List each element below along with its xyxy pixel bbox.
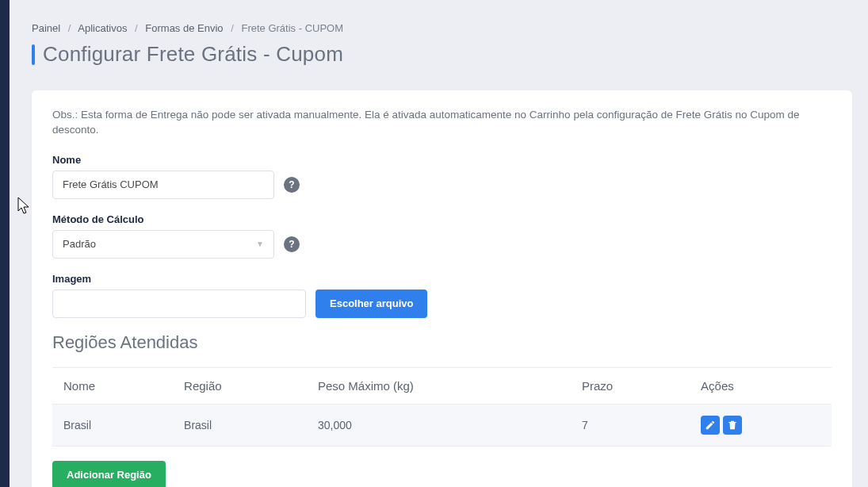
- edit-button[interactable]: [701, 416, 720, 435]
- adicionar-regiao-button[interactable]: Adicionar Região: [52, 461, 166, 487]
- chevron-down-icon: ▼: [256, 240, 264, 248]
- nome-input[interactable]: [52, 171, 274, 199]
- main-content: Painel / Aplicativos / Formas de Envio /…: [10, 0, 868, 487]
- nome-label: Nome: [52, 154, 832, 166]
- col-acoes: Ações: [690, 367, 832, 404]
- cell-prazo: 7: [571, 404, 690, 446]
- breadcrumb-link-formas-envio[interactable]: Formas de Envio: [145, 22, 223, 34]
- page-title: Configurar Frete Grátis - Cupom: [43, 42, 343, 67]
- breadcrumb-current: Frete Grátis - CUPOM: [241, 22, 343, 34]
- page-title-accent-bar: [32, 44, 35, 65]
- breadcrumb-separator: /: [68, 22, 71, 34]
- imagem-label: Imagem: [52, 273, 832, 285]
- metodo-selected-value: Padrão: [63, 238, 96, 250]
- delete-button[interactable]: [723, 416, 742, 435]
- help-icon[interactable]: ?: [284, 236, 300, 252]
- form-row-metodo: Método de Cálculo Padrão ▼ ?: [52, 213, 832, 259]
- cell-acoes: [690, 404, 832, 446]
- col-nome: Nome: [52, 367, 173, 404]
- col-peso: Peso Máximo (kg): [307, 367, 571, 404]
- escolher-arquivo-button[interactable]: Escolher arquivo: [315, 290, 427, 318]
- regions-table: Nome Região Peso Máximo (kg) Prazo Ações…: [52, 367, 832, 447]
- page-title-row: Configurar Frete Grátis - Cupom: [32, 42, 852, 67]
- metodo-label: Método de Cálculo: [52, 213, 832, 225]
- breadcrumb-separator: /: [135, 22, 138, 34]
- pencil-icon: [705, 420, 716, 431]
- imagem-display-input[interactable]: [52, 290, 306, 318]
- cell-regiao: Brasil: [173, 404, 307, 446]
- breadcrumb: Painel / Aplicativos / Formas de Envio /…: [32, 22, 852, 34]
- trash-icon: [727, 420, 738, 431]
- col-prazo: Prazo: [571, 367, 690, 404]
- breadcrumb-link-aplicativos[interactable]: Aplicativos: [78, 22, 127, 34]
- form-row-nome: Nome ?: [52, 154, 832, 199]
- help-icon[interactable]: ?: [284, 177, 300, 193]
- config-card: Obs.: Esta forma de Entrega não pode ser…: [32, 90, 852, 487]
- col-regiao: Região: [173, 367, 307, 404]
- breadcrumb-link-painel[interactable]: Painel: [32, 22, 60, 34]
- form-row-imagem: Imagem Escolher arquivo: [52, 273, 832, 318]
- breadcrumb-separator: /: [231, 22, 234, 34]
- info-note: Obs.: Esta forma de Entrega não pode ser…: [52, 108, 832, 138]
- regions-title: Regiões Atendidas: [52, 332, 832, 353]
- sidebar-stub: [0, 0, 10, 487]
- cell-peso: 30,000: [307, 404, 571, 446]
- metodo-select[interactable]: Padrão ▼: [52, 230, 274, 259]
- cell-nome: Brasil: [52, 404, 173, 446]
- table-row: Brasil Brasil 30,000 7: [52, 404, 832, 446]
